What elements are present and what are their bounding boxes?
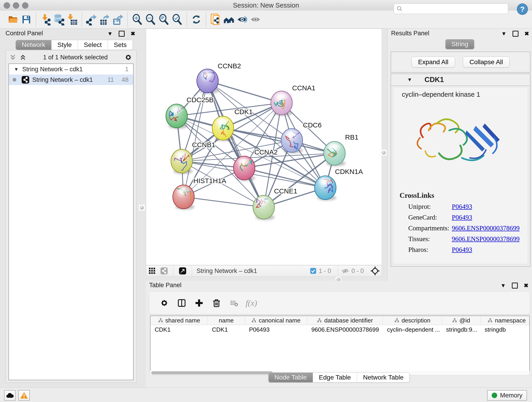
tab-select[interactable]: Select	[78, 40, 108, 50]
column-header-description[interactable]: description	[383, 316, 442, 325]
edge-HIST1H1A-CCNE1[interactable]	[184, 197, 264, 207]
column-header-canonical-name[interactable]: canonical name	[245, 316, 307, 325]
first-neighbors-button[interactable]	[222, 13, 235, 26]
detach-view-button[interactable]	[177, 264, 189, 278]
left-splitter-handle[interactable]	[139, 204, 145, 211]
node-CCNA1[interactable]: CCNA1	[271, 84, 316, 116]
export-network-button[interactable]	[85, 13, 98, 26]
table-cell[interactable]: P06493	[245, 325, 307, 334]
node-CCNB1[interactable]: CCNB1	[171, 141, 215, 174]
panel-close-icon[interactable]: ✖	[525, 31, 529, 36]
gene-section-header[interactable]: ▼ CDK1	[391, 74, 530, 86]
network-collection-row[interactable]: ▼ String Network – cdk1 1	[9, 64, 133, 75]
export-table-button[interactable]	[98, 13, 111, 26]
memory-button[interactable]: Memory	[487, 390, 527, 401]
crosslink-link[interactable]: P06493	[452, 203, 472, 211]
grid-view-button[interactable]	[146, 264, 158, 278]
column-header-shared-name[interactable]: shared name	[151, 316, 208, 325]
collapse-all-chevrons-icon[interactable]	[9, 53, 17, 61]
zoom-selected-button[interactable]	[171, 13, 184, 26]
import-network-from-database-button[interactable]	[52, 13, 65, 26]
search-input[interactable]	[405, 5, 505, 12]
tab-style[interactable]: Style	[51, 40, 78, 50]
network-row[interactable]: String Network – cdk1 11 48	[9, 75, 133, 85]
import-network-from-file-button[interactable]	[39, 13, 52, 26]
table-cell[interactable]: stringdb:9...	[442, 325, 481, 334]
cloud-status-button[interactable]	[4, 390, 16, 401]
network-canvas[interactable]: CCNB2CCNA1CDC25BCDK1CDC6RB1CCNB1CCNA2CDK…	[146, 29, 382, 265]
crosslink-link[interactable]: 9606.ENSP00000378699	[452, 235, 520, 243]
edge-CCNB2-CCNA1[interactable]	[208, 81, 282, 103]
hscroll-thumb[interactable]	[151, 371, 273, 375]
hidden-eye-slash-icon[interactable]	[341, 268, 349, 274]
function-builder-button[interactable]: f(x)	[243, 296, 260, 310]
node-RB1[interactable]: RB1	[324, 133, 358, 166]
delete-column-button[interactable]	[208, 296, 225, 310]
table-cell[interactable]: CDK1	[208, 325, 245, 334]
tab-sets[interactable]: Sets	[108, 40, 133, 50]
birds-eye-view-button[interactable]	[368, 264, 382, 278]
help-button[interactable]: ?	[517, 3, 528, 15]
delete-table-button-disabled[interactable]	[225, 296, 243, 310]
panel-menu-icon[interactable]: ▼	[501, 31, 507, 36]
tab-edge-table[interactable]: Edge Table	[313, 373, 357, 382]
network-graph[interactable]: CCNB2CCNA1CDC25BCDK1CDC6RB1CCNB1CCNA2CDK…	[146, 29, 382, 265]
panel-menu-icon[interactable]: ▼	[500, 283, 506, 288]
tab-node-table[interactable]: Node Table	[268, 373, 313, 382]
edge-CDK1-RB1[interactable]	[223, 128, 335, 153]
expand-all-button[interactable]: Expand All	[412, 57, 455, 68]
warnings-button[interactable]	[18, 390, 30, 401]
zoom-out-button[interactable]	[144, 13, 157, 26]
column-header-label: shared name	[165, 317, 200, 324]
column-header-name[interactable]: name	[208, 316, 245, 325]
export-image-button[interactable]	[111, 13, 125, 26]
tab-network-table[interactable]: Network Table	[357, 373, 409, 382]
table-row[interactable]: CDK1CDK1P064939606.ENSP00000378699cyclin…	[151, 325, 529, 334]
column-header-database-identifier[interactable]: database identifier	[307, 316, 383, 325]
gear-icon[interactable]	[124, 53, 133, 62]
table-cell[interactable]: cyclin–dependent ...	[383, 325, 442, 334]
panel-close-icon[interactable]: ✖	[131, 31, 135, 36]
show-hidden-button[interactable]	[249, 13, 262, 26]
section-expander-icon[interactable]: ▼	[407, 77, 412, 83]
import-table-from-file-button[interactable]	[65, 13, 79, 26]
panel-close-icon[interactable]: ✖	[524, 283, 528, 288]
network-view-mode-button[interactable]	[158, 264, 170, 278]
selected-checkbox-icon[interactable]	[310, 268, 317, 274]
collapse-all-button[interactable]: Collapse All	[463, 57, 510, 68]
column-header--id[interactable]: @id	[442, 316, 481, 325]
node-CDKN1A[interactable]: CDKN1A	[315, 168, 363, 201]
right-splitter-handle[interactable]	[380, 149, 387, 156]
column-header-namespace[interactable]: namespace	[481, 316, 530, 325]
expand-collapse-bar: Expand All Collapse All	[391, 51, 530, 73]
refresh-view-button[interactable]	[190, 13, 203, 26]
database-import-icon	[53, 13, 65, 26]
status-bar: Memory	[0, 387, 532, 402]
table-cell[interactable]: CDK1	[151, 325, 208, 334]
edge-CCNB2-CCNE1[interactable]	[208, 81, 264, 207]
panel-menu-icon[interactable]: ▼	[107, 31, 113, 36]
crosslink-link[interactable]: P06493	[452, 214, 472, 221]
table-options-button[interactable]	[156, 296, 173, 310]
create-column-button[interactable]	[190, 296, 208, 310]
zoom-in-button[interactable]	[131, 13, 144, 26]
hide-selection-button[interactable]	[235, 13, 249, 26]
expand-all-chevrons-icon[interactable]	[19, 53, 27, 61]
tab-network[interactable]: Network	[16, 40, 51, 50]
show-columns-button[interactable]	[173, 296, 190, 310]
crosslink-link[interactable]: 9606.ENSP00000378699	[452, 224, 520, 232]
crosslink-link[interactable]: P06493	[452, 246, 472, 254]
panel-float-icon[interactable]	[512, 283, 518, 288]
gene-section-body: cyclin–dependent kinase 1	[393, 87, 528, 264]
panel-float-icon[interactable]	[119, 31, 125, 37]
save-session-button[interactable]	[20, 13, 33, 26]
table-cell[interactable]: 9606.ENSP00000378699	[307, 325, 383, 334]
node-HIST1H1A[interactable]: HIST1H1A	[173, 177, 226, 210]
tab-string[interactable]: String	[445, 39, 474, 49]
zoom-fit-button[interactable]	[157, 13, 171, 26]
clone-network-button[interactable]	[209, 13, 222, 26]
tree-expander-icon[interactable]: ▼	[14, 67, 19, 72]
open-session-button[interactable]	[6, 13, 20, 26]
panel-float-icon[interactable]	[513, 31, 519, 37]
table-cell[interactable]: stringdb	[481, 325, 530, 334]
